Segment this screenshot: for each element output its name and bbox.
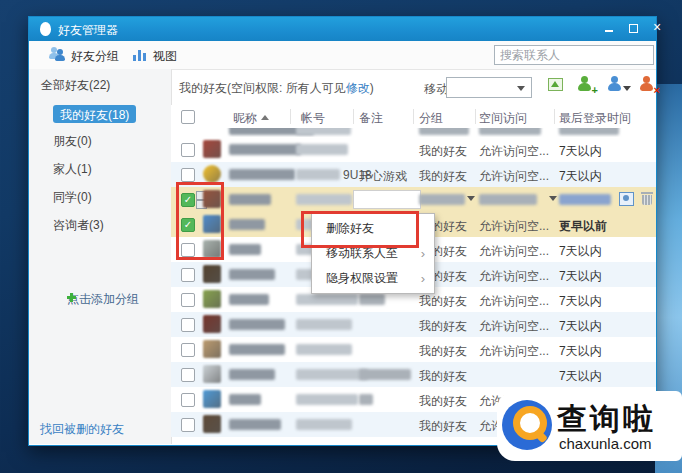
- blurred-cell: [559, 128, 619, 135]
- titlebar[interactable]: 好友管理器 ×: [29, 17, 656, 41]
- space-access-cell: 允许访问空...: [479, 168, 549, 185]
- group-permission-header: 我的好友(空间权限: 所有人可见修改): [179, 80, 374, 97]
- close-button[interactable]: ×: [647, 17, 667, 39]
- space-access-cell: 允许访问空...: [479, 318, 549, 335]
- friend-groups-icon: [49, 47, 67, 62]
- last-login-cell: 7天以内: [559, 243, 602, 260]
- group-cell: 我的好友: [419, 343, 467, 360]
- delete-friend-icon[interactable]: ×: [638, 76, 656, 93]
- table-row[interactable]: 我的好友允许访问空...7天以内: [171, 337, 656, 362]
- account-blurred: [296, 319, 352, 330]
- account-blurred: [296, 369, 368, 380]
- col-remark[interactable]: 备注: [359, 110, 383, 127]
- row-checkbox[interactable]: [181, 168, 195, 182]
- avatar: [203, 415, 221, 433]
- row-checkbox[interactable]: [181, 393, 195, 407]
- watermark-brand: 查询啦: [557, 399, 656, 440]
- watermark-logo: 查询啦 chaxunla.com: [497, 391, 682, 461]
- nickname-blurred: [229, 294, 269, 305]
- col-last-login[interactable]: 最后登录时间: [559, 110, 631, 127]
- col-space-access[interactable]: 空间访问: [479, 110, 527, 127]
- row-checkbox[interactable]: [181, 293, 195, 307]
- add-friend-icon[interactable]: +: [576, 76, 594, 93]
- table-header: 昵称 帐号 备注 分组 空间访问 最后登录时间: [171, 105, 656, 129]
- last-login-cell: 更早以前: [559, 218, 607, 235]
- row-checkbox[interactable]: [181, 343, 195, 357]
- contact-card-icon[interactable]: [548, 76, 566, 93]
- sidebar-item[interactable]: 咨询者(3): [53, 217, 104, 233]
- avatar: [203, 340, 221, 358]
- submenu-arrow-icon: ›: [421, 241, 425, 266]
- last-login-cell: 7天以内: [559, 318, 602, 335]
- space-access-cell: 允许访问空...: [479, 268, 549, 285]
- col-account[interactable]: 帐号: [301, 110, 325, 127]
- table-row[interactable]: 我的好友允许访问空...7天以内: [171, 137, 656, 162]
- modify-link[interactable]: 修改: [346, 81, 370, 95]
- avatar: [203, 165, 221, 183]
- account-blurred: [296, 294, 358, 305]
- table-row[interactable]: 9U18开心游戏我的好友允许访问空...7天以内: [171, 162, 656, 187]
- profile-card-icon[interactable]: [619, 192, 634, 206]
- view-icon: [133, 48, 148, 61]
- friend-actions-icon[interactable]: [606, 76, 624, 93]
- recover-deleted-friends-link[interactable]: 找回被删的好友: [40, 421, 124, 438]
- sidebar: 全部好友(22)我的好友(18)朋友(0)家人(1)同学(0)咨询者(3) 点击…: [29, 69, 172, 444]
- group-cell: 我的好友: [419, 393, 467, 410]
- group-cell: 我的好友: [419, 168, 467, 185]
- account-blurred: [296, 144, 348, 155]
- space-dropdown-caret[interactable]: [549, 196, 557, 201]
- nickname-blurred: [229, 194, 271, 205]
- space-access-cell: 允许访问空...: [479, 293, 549, 310]
- table-row[interactable]: ✓: [171, 187, 656, 212]
- minimize-button[interactable]: [599, 17, 619, 39]
- last-login-cell: 7天以内: [559, 168, 602, 185]
- row-checkbox[interactable]: [181, 368, 195, 382]
- move-to-dropdown[interactable]: [446, 77, 532, 98]
- nickname-blurred: [229, 319, 285, 330]
- table-row[interactable]: 我的好友允许访问空...7天以内: [171, 312, 656, 337]
- last-login-cell: 7天以内: [559, 143, 602, 160]
- account-blurred: [296, 394, 358, 405]
- friend-manager-window: 好友管理器 × 好友分组 视图 好友分组 我的好友(空间权限: 所有人可: [28, 16, 657, 446]
- sidebar-item[interactable]: 同学(0): [53, 189, 92, 205]
- avatar: [203, 390, 221, 408]
- table-row[interactable]: 我的好友7天以内: [171, 362, 656, 387]
- add-group-button[interactable]: 点击添加分组: [53, 291, 139, 308]
- account-blurred: [296, 194, 352, 205]
- qq-icon: [40, 22, 51, 36]
- row-checkbox[interactable]: [181, 318, 195, 332]
- trash-icon[interactable]: [642, 192, 652, 205]
- plus-icon: [67, 293, 76, 302]
- table-row[interactable]: [171, 128, 656, 137]
- context-menu-item[interactable]: 隐身权限设置›: [312, 266, 434, 291]
- col-group[interactable]: 分组: [419, 110, 443, 127]
- watermark-domain: chaxunla.com: [559, 435, 652, 452]
- inline-edit-input[interactable]: [353, 190, 421, 209]
- main-toolbar: 好友分组 视图: [29, 41, 656, 70]
- select-all-checkbox[interactable]: [181, 110, 195, 124]
- sidebar-item[interactable]: 我的好友(18): [53, 105, 136, 123]
- maximize-button[interactable]: [623, 17, 643, 39]
- col-nickname[interactable]: 昵称: [233, 110, 269, 127]
- last-login-cell: 7天以内: [559, 268, 602, 285]
- sidebar-item[interactable]: 家人(1): [53, 161, 92, 177]
- sidebar-item[interactable]: 全部好友(22): [41, 77, 110, 93]
- group-cell: 我的好友: [419, 368, 467, 385]
- annotation-box-checkboxes: [176, 182, 224, 260]
- space-access-cell: 允许访问空...: [479, 143, 549, 160]
- row-checkbox[interactable]: [181, 268, 195, 282]
- search-input[interactable]: [494, 45, 654, 65]
- remark-blurred: [359, 369, 411, 380]
- remark-text: 开心游戏: [359, 168, 407, 185]
- nickname-blurred: [229, 394, 261, 405]
- group-cell: 我的好友: [419, 318, 467, 335]
- view-label: 视图: [153, 48, 177, 65]
- avatar: [203, 265, 221, 283]
- group-dropdown-caret[interactable]: [467, 196, 475, 201]
- sidebar-item[interactable]: 朋友(0): [53, 133, 92, 149]
- row-checkbox[interactable]: [181, 418, 195, 432]
- blurred-cell: [479, 128, 541, 135]
- row-checkbox[interactable]: [181, 143, 195, 157]
- space-access-blurred: [479, 194, 537, 205]
- avatar: [203, 290, 221, 308]
